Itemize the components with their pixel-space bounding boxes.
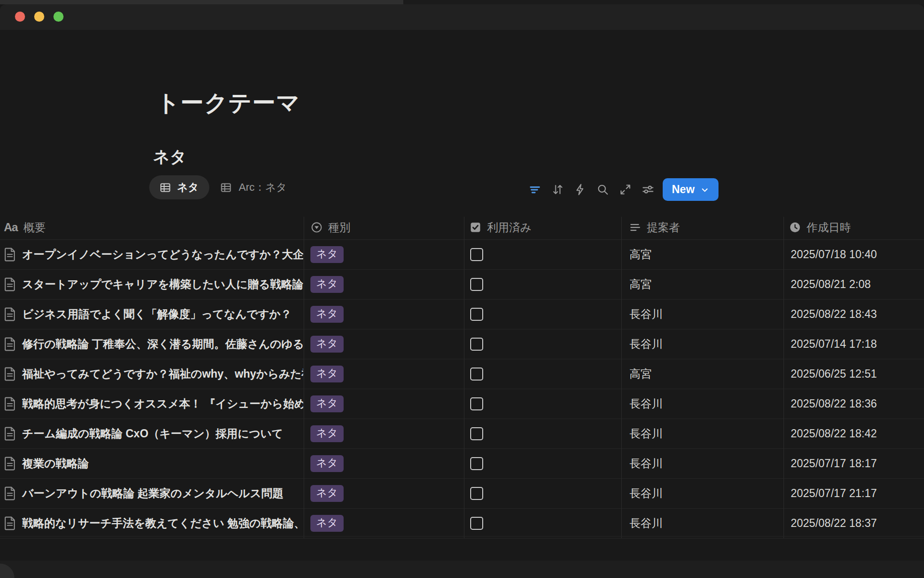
- row-proposer: 長谷川: [629, 456, 663, 471]
- row-used-cell[interactable]: [470, 359, 483, 389]
- row-proposer-cell[interactable]: 長谷川: [629, 329, 663, 359]
- minimize-window-button[interactable]: [34, 12, 44, 22]
- row-type-cell[interactable]: ネタ: [310, 270, 344, 299]
- row-used-cell[interactable]: [470, 509, 483, 538]
- row-title-cell[interactable]: 複業の戦略論: [4, 449, 303, 478]
- column-header-used[interactable]: 利用済み: [470, 215, 532, 239]
- row-type-cell[interactable]: ネタ: [310, 509, 344, 538]
- search-icon[interactable]: [596, 183, 609, 196]
- row-proposer-cell[interactable]: 長谷川: [629, 479, 663, 508]
- row-created-cell[interactable]: 2025/08/21 2:08: [791, 270, 871, 299]
- row-created-cell[interactable]: 2025/07/17 21:17: [791, 479, 877, 508]
- row-type-cell[interactable]: ネタ: [310, 449, 344, 478]
- row-title-cell[interactable]: チーム編成の戦略論 CxO（キーマン）採用について: [4, 419, 303, 448]
- checkbox-unchecked[interactable]: [470, 457, 483, 470]
- row-title-cell[interactable]: 戦略的なリサーチ手法を教えてください 勉強の戦略論、あ: [4, 509, 303, 538]
- row-created-cell[interactable]: 2025/06/25 12:51: [791, 359, 877, 389]
- row-type-cell[interactable]: ネタ: [310, 300, 344, 329]
- row-type-cell[interactable]: ネタ: [310, 329, 344, 359]
- row-proposer-cell[interactable]: 高宮: [629, 270, 652, 299]
- row-proposer-cell[interactable]: 長谷川: [629, 389, 663, 419]
- row-proposer: 高宮: [629, 277, 652, 292]
- column-header-type[interactable]: 種別: [311, 215, 350, 239]
- row-used-cell[interactable]: [470, 419, 483, 448]
- text-property-icon: [629, 222, 641, 233]
- table-row: 修行の戦略論 丁稚奉公、深く潜る期間。佐藤さんのゆる ネタ 長谷川 2025/0…: [0, 329, 924, 359]
- row-created-cell[interactable]: 2025/08/22 18:36: [791, 389, 877, 419]
- row-proposer-cell[interactable]: 高宮: [629, 240, 652, 269]
- row-used-cell[interactable]: [470, 479, 483, 508]
- checkbox-unchecked[interactable]: [470, 278, 483, 291]
- checkbox-unchecked[interactable]: [470, 397, 483, 410]
- row-created: 2025/07/14 17:18: [791, 338, 877, 351]
- automations-icon[interactable]: [574, 183, 587, 196]
- row-type-cell[interactable]: ネタ: [310, 419, 344, 448]
- page-icon: [4, 367, 16, 381]
- row-created-cell[interactable]: 2025/07/18 10:40: [791, 240, 877, 269]
- sort-icon[interactable]: [551, 183, 564, 196]
- row-created-cell[interactable]: 2025/08/22 18:37: [791, 509, 877, 538]
- column-label: 概要: [24, 220, 46, 235]
- row-title-cell[interactable]: 修行の戦略論 丁稚奉公、深く潜る期間。佐藤さんのゆる: [4, 329, 303, 359]
- row-proposer-cell[interactable]: 高宮: [629, 359, 652, 389]
- column-divider[interactable]: [464, 217, 464, 539]
- page-title[interactable]: トークテーマ: [156, 88, 300, 118]
- row-used-cell[interactable]: [470, 449, 483, 478]
- table-row: 複業の戦略論 ネタ 長谷川 2025/07/17 18:17: [0, 449, 924, 479]
- row-type-cell[interactable]: ネタ: [310, 479, 344, 508]
- tag-neta: ネタ: [310, 246, 344, 263]
- view-settings-icon[interactable]: [642, 183, 654, 196]
- view-tab-arc-neta[interactable]: Arc：ネタ: [220, 175, 287, 199]
- row-proposer-cell[interactable]: 長谷川: [629, 419, 663, 448]
- checkbox-unchecked[interactable]: [470, 308, 483, 321]
- row-title-cell[interactable]: 戦略的思考が身につくオススメ本！ 『イシューから始め: [4, 389, 303, 419]
- row-type-cell[interactable]: ネタ: [310, 240, 344, 269]
- checkbox-unchecked[interactable]: [470, 427, 483, 440]
- row-title-cell[interactable]: スタートアップでキャリアを構築したい人に贈る戦略論: [4, 270, 303, 299]
- row-title-cell[interactable]: バーンアウトの戦略論 起業家のメンタルヘルス問題: [4, 479, 303, 508]
- column-divider[interactable]: [783, 217, 784, 539]
- row-title-cell[interactable]: オープンイノベーションってどうなったんですか？大企業: [4, 240, 303, 269]
- checkbox-property-icon: [470, 222, 481, 233]
- row-used-cell[interactable]: [470, 270, 483, 299]
- row-created-cell[interactable]: 2025/07/14 17:18: [791, 329, 877, 359]
- column-label: 利用済み: [487, 220, 532, 235]
- zoom-window-button[interactable]: [53, 12, 64, 22]
- row-used-cell[interactable]: [470, 240, 483, 269]
- close-window-button[interactable]: [15, 12, 25, 22]
- row-type-cell[interactable]: ネタ: [310, 359, 344, 389]
- row-proposer: 長谷川: [629, 337, 663, 352]
- row-used-cell[interactable]: [470, 300, 483, 329]
- row-created-cell[interactable]: 2025/08/22 18:42: [791, 419, 877, 448]
- row-proposer-cell[interactable]: 長谷川: [629, 300, 663, 329]
- new-button[interactable]: New: [663, 178, 719, 201]
- row-created-cell[interactable]: 2025/07/17 18:17: [791, 449, 877, 478]
- row-proposer-cell[interactable]: 長谷川: [629, 509, 663, 538]
- column-header-summary[interactable]: Aa 概要: [4, 215, 46, 239]
- view-tab-neta[interactable]: ネタ: [149, 175, 209, 199]
- row-used-cell[interactable]: [470, 329, 483, 359]
- row-title-cell[interactable]: 福祉やってみてどうですか？福祉のwhy、whyからみた福: [4, 359, 303, 389]
- column-header-created-time[interactable]: 作成日時: [789, 215, 851, 239]
- row-type-cell[interactable]: ネタ: [310, 389, 344, 419]
- row-title: 複業の戦略論: [22, 456, 89, 471]
- column-divider[interactable]: [304, 217, 304, 539]
- checkbox-unchecked[interactable]: [470, 487, 483, 500]
- chevron-down-icon[interactable]: [700, 185, 710, 195]
- filter-icon[interactable]: [528, 183, 541, 196]
- column-header-proposer[interactable]: 提案者: [629, 215, 680, 239]
- row-created-cell[interactable]: 2025/08/22 18:43: [791, 300, 877, 329]
- row-proposer-cell[interactable]: 長谷川: [629, 449, 663, 478]
- row-proposer: 高宮: [629, 247, 652, 262]
- row-title-cell[interactable]: ビジネス用語でよく聞く「解像度」ってなんですか？: [4, 300, 303, 329]
- checkbox-unchecked[interactable]: [470, 517, 483, 530]
- tag-neta: ネタ: [310, 336, 344, 352]
- tag-neta: ネタ: [310, 485, 344, 501]
- expand-icon[interactable]: [619, 183, 632, 196]
- row-used-cell[interactable]: [470, 389, 483, 419]
- database-title[interactable]: ネタ: [153, 146, 187, 168]
- checkbox-unchecked[interactable]: [470, 368, 483, 381]
- column-divider[interactable]: [621, 217, 622, 539]
- checkbox-unchecked[interactable]: [470, 338, 483, 351]
- checkbox-unchecked[interactable]: [470, 248, 483, 261]
